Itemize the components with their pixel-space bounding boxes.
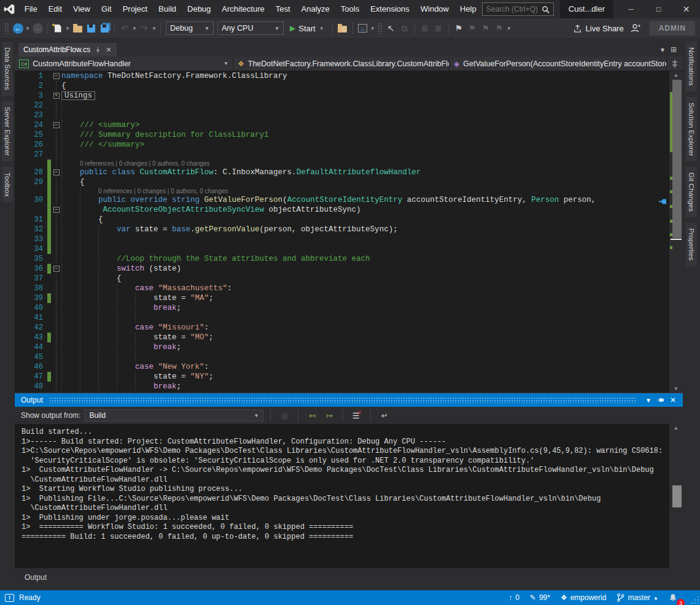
type-dropdown[interactable]: ❖ TheDotNetFactory.Framework.ClassLibrar… — [233, 56, 449, 71]
close-tab-icon[interactable]: ✕ — [106, 46, 111, 54]
branch-button[interactable]: master ▲ — [613, 590, 661, 605]
code-editor[interactable]: 1−namespace TheDotNetFactory.Framework.C… — [15, 71, 683, 393]
find-in-files-icon[interactable] — [336, 21, 349, 36]
toolbar-drag-grip[interactable] — [4, 23, 9, 34]
word-wrap-icon[interactable]: ↵ — [378, 409, 391, 422]
scroll-up-icon[interactable]: ▲ — [669, 72, 683, 78]
account-icon[interactable] — [630, 23, 641, 33]
maximize-button[interactable]: □ — [645, 0, 672, 18]
side-tab-toolbox[interactable]: Toolbox — [2, 167, 13, 202]
undo-dropdown[interactable]: ▼ — [131, 26, 138, 31]
feedback-icon[interactable]: ! — [5, 594, 14, 602]
output-source-dropdown[interactable]: Build▼ — [84, 409, 263, 422]
split-editor-icon[interactable] — [667, 56, 683, 71]
indent-decrease-icon[interactable]: ≣ — [418, 21, 432, 36]
close-button[interactable]: ✕ — [672, 0, 700, 18]
solution-platform-dropdown[interactable]: Any CPU▼ — [217, 21, 284, 35]
notifications-button[interactable]: 3 — [666, 590, 680, 605]
member-dropdown[interactable]: ◈ GetValueForPerson(AccountStoreIdentity… — [449, 56, 667, 71]
side-tab-properties[interactable]: Properties — [686, 223, 697, 266]
new-file-icon[interactable]: ✦ — [51, 21, 64, 36]
menu-build[interactable]: Build — [153, 0, 182, 18]
clear-all-icon[interactable]: ☰✕ — [350, 409, 364, 422]
undo-icon[interactable]: ↶ — [118, 21, 131, 36]
scroll-down-icon[interactable]: ▼ — [669, 386, 683, 391]
save-all-icon[interactable] — [98, 21, 111, 36]
navigate-back-button[interactable]: ← — [11, 21, 25, 36]
menu-help[interactable]: Help — [454, 0, 482, 18]
document-list-dropdown-icon[interactable]: ▼ — [659, 47, 666, 53]
menu-edit[interactable]: Edit — [43, 0, 68, 18]
side-tab-server-explorer[interactable]: Server Explorer — [2, 101, 13, 161]
menu-git[interactable]: Git — [96, 0, 117, 18]
output-title-bar[interactable]: Output ▼ ✕ — [15, 393, 683, 407]
bookmarks-dropdown[interactable]: ▼ — [506, 26, 512, 31]
scrollbar-thumb[interactable] — [672, 485, 682, 507]
fold-toggle-icon[interactable]: + — [53, 93, 60, 99]
fold-toggle-icon[interactable]: − — [53, 266, 60, 272]
fold-toggle-icon[interactable]: − — [53, 207, 60, 213]
menu-window[interactable]: Window — [415, 0, 454, 18]
new-file-dropdown[interactable]: ▼ — [64, 26, 71, 31]
selection-pointer-icon[interactable]: ↖ — [384, 21, 398, 36]
clear-bookmarks-icon[interactable]: ⚑ — [492, 21, 506, 36]
editor-scrollbar[interactable]: ▲ ▼ — [669, 71, 683, 393]
menu-debug[interactable]: Debug — [182, 0, 216, 18]
solution-configuration-dropdown[interactable]: Debug▼ — [166, 21, 214, 35]
side-tab-git-changes[interactable]: Git Changes — [686, 167, 697, 217]
previous-bookmark-icon[interactable]: ⚑ — [465, 21, 479, 36]
next-bookmark-icon[interactable]: ⚑ — [479, 21, 492, 36]
search-input[interactable] — [486, 5, 542, 13]
window-position-dropdown-icon[interactable]: ▼ — [642, 395, 655, 406]
live-share-button[interactable]: Live Share — [569, 24, 628, 33]
admin-account-button[interactable]: ADMIN — [650, 21, 695, 36]
fold-toggle-icon[interactable]: − — [53, 122, 60, 128]
menu-analyze[interactable]: Analyze — [296, 0, 335, 18]
pending-pushes-button[interactable]: ↑ 0 — [505, 590, 523, 605]
fold-toggle-icon[interactable]: − — [53, 73, 60, 79]
side-tab-solution-explorer[interactable]: Solution Explorer — [686, 97, 697, 162]
output-tool-tab[interactable]: Output — [21, 572, 50, 583]
save-icon[interactable] — [84, 21, 98, 36]
pending-changes-button[interactable]: ✎ 99* — [527, 590, 553, 605]
navigate-forward-button[interactable]: → — [31, 21, 44, 36]
quick-actions-icon[interactable] — [658, 196, 667, 207]
browser-dropdown[interactable]: ▼ — [370, 26, 376, 31]
toolbar-drag-grip[interactable] — [378, 23, 383, 34]
open-file-icon[interactable] — [71, 21, 84, 36]
project-dropdown[interactable]: C# CustomAttributeFlowHandler▼ — [15, 56, 233, 71]
side-tab-notifications[interactable]: Notifications — [686, 42, 697, 91]
scrollbar-thumb[interactable] — [672, 80, 682, 238]
menu-view[interactable]: View — [68, 0, 96, 18]
preview-in-browser-icon[interactable]: ⌂ — [356, 21, 370, 36]
menu-project[interactable]: Project — [117, 0, 153, 18]
menu-architecture[interactable]: Architecture — [216, 0, 270, 18]
search-box[interactable] — [482, 2, 554, 16]
close-panel-icon[interactable]: ✕ — [667, 395, 679, 406]
redo-dropdown[interactable]: ▼ — [151, 26, 157, 31]
minimize-button[interactable]: ─ — [617, 0, 645, 18]
menu-file[interactable]: File — [19, 0, 43, 18]
menu-extensions[interactable]: Extensions — [365, 0, 415, 18]
fold-toggle-icon[interactable]: − — [53, 169, 60, 175]
toggle-bookmark-icon[interactable]: ⚑ — [452, 21, 465, 36]
repository-button[interactable]: ❖ empowerid — [558, 590, 609, 605]
pin-icon[interactable] — [95, 47, 101, 53]
side-tab-data-sources[interactable]: Data Sources — [2, 42, 13, 96]
tab-options-icon[interactable]: ⊞ — [671, 45, 677, 54]
scroll-up-icon[interactable]: ▲ — [669, 425, 683, 431]
find-message-icon[interactable]: ◎ — [278, 409, 291, 422]
indent-increase-icon[interactable]: ≣ — [432, 21, 445, 36]
menu-test[interactable]: Test — [270, 0, 296, 18]
navigate-back-dropdown[interactable]: ▼ — [25, 26, 31, 31]
output-scrollbar[interactable]: ▲ — [669, 424, 683, 568]
copy-parent-icon[interactable]: ⧉ — [398, 21, 411, 36]
redo-icon[interactable]: ↷ — [138, 21, 151, 36]
output-log[interactable]: Build started...1>------ Build started: … — [15, 424, 683, 568]
auto-hide-pin-icon[interactable] — [655, 395, 667, 406]
previous-message-icon[interactable]: ↤ — [305, 409, 319, 422]
editor-tab[interactable]: CustomAttribFlow.cs ✕ — [18, 43, 117, 56]
start-debugging-button[interactable]: ▶ Start ▼ — [286, 21, 329, 36]
next-message-icon[interactable]: ↦ — [322, 409, 336, 422]
panel-drag-texture[interactable] — [49, 397, 636, 403]
